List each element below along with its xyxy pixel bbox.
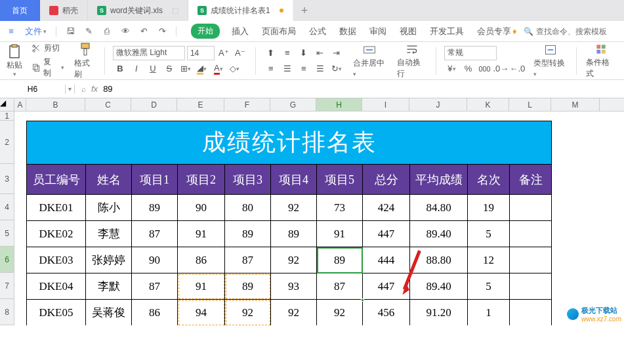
name-box-dropdown-icon[interactable]: ▾ — [66, 85, 74, 92]
fill-handle[interactable] — [361, 298, 364, 302]
ribbon-tab-insert[interactable]: 插入 — [230, 23, 250, 40]
inc-decimal-icon[interactable]: .0→ — [493, 62, 508, 76]
italic-button[interactable]: I — [129, 62, 144, 76]
formula-input[interactable] — [103, 84, 617, 94]
currency-icon[interactable]: ¥▾ — [444, 62, 459, 76]
file-menu[interactable]: 文件▾ — [22, 26, 49, 37]
th[interactable]: 员工编号 — [27, 165, 86, 195]
ribbon-tab-formula[interactable]: 公式 — [308, 23, 327, 40]
selected-cell[interactable]: 89 — [317, 247, 363, 273]
th[interactable]: 项目1 — [132, 165, 178, 195]
save-icon[interactable]: 🖫 — [63, 24, 77, 39]
font-size-select[interactable] — [187, 46, 215, 60]
col-header[interactable]: I — [362, 98, 409, 111]
col-header[interactable]: D — [131, 98, 177, 111]
magnifier-icon[interactable]: ⌕ — [81, 85, 86, 94]
col-header[interactable]: B — [26, 98, 85, 111]
ribbon-tab-review[interactable]: 审阅 — [368, 23, 388, 40]
col-header[interactable]: M — [551, 98, 600, 111]
th[interactable]: 姓名 — [86, 165, 132, 195]
col-header[interactable]: J — [409, 98, 467, 111]
align-right-icon[interactable]: ≡ — [297, 62, 311, 76]
clear-fmt-button[interactable]: ◇▾ — [228, 62, 242, 76]
th[interactable]: 项目4 — [271, 165, 317, 195]
format-painter-button[interactable]: 格式刷 — [72, 42, 99, 80]
tab-home[interactable]: 首页 — [0, 0, 40, 21]
merge-center-button[interactable]: 合并居中▾ — [349, 43, 390, 78]
ribbon-tab-data[interactable]: 数据 — [338, 23, 358, 40]
th[interactable]: 备注 — [510, 165, 552, 195]
ribbon-tab-layout[interactable]: 页面布局 — [260, 23, 297, 40]
col-header[interactable]: L — [509, 98, 551, 111]
ribbon-tab-dev[interactable]: 开发工具 — [428, 23, 465, 40]
fill-color-button[interactable]: ◢▾ — [195, 62, 209, 76]
row-header[interactable]: 1 — [0, 111, 14, 121]
conditional-format-button[interactable]: 条件格式 — [582, 43, 620, 79]
th[interactable]: 项目5 — [317, 165, 363, 195]
align-middle-icon[interactable]: ≡ — [280, 46, 295, 60]
justify-icon[interactable]: ☰ — [313, 62, 327, 76]
dec-decimal-icon[interactable]: ←.0 — [510, 62, 524, 76]
copy-button[interactable]: 复制▾ — [30, 56, 66, 79]
th[interactable]: 总分 — [363, 165, 410, 195]
ribbon-tab-member[interactable]: 会员专享♦ — [476, 23, 518, 40]
col-header-selected[interactable]: H — [316, 98, 362, 111]
orientation-icon[interactable]: ↻▾ — [329, 62, 344, 76]
font-color-button[interactable]: A▾ — [211, 62, 226, 76]
type-convert-button[interactable]: 类型转换▾ — [530, 43, 571, 78]
font-name-select[interactable] — [113, 46, 185, 60]
tab-workbook-1[interactable]: Sword关键词.xls⬚ — [88, 0, 188, 21]
row-header[interactable]: 7 — [0, 273, 14, 299]
redo-icon[interactable]: ↷ — [155, 24, 169, 39]
name-box[interactable] — [0, 85, 66, 94]
col-header[interactable]: F — [224, 98, 270, 111]
th[interactable]: 名次 — [468, 165, 510, 195]
bold-button[interactable]: B — [113, 62, 127, 76]
align-center-icon[interactable]: ☰ — [280, 62, 295, 76]
th[interactable]: 项目2 — [178, 165, 225, 195]
decrease-font-icon[interactable]: A⁻ — [233, 46, 247, 60]
row-header-selected[interactable]: 6 — [0, 247, 14, 273]
indent-left-icon[interactable]: ⇤ — [313, 46, 327, 60]
indent-right-icon[interactable]: ⇥ — [329, 46, 344, 60]
align-top-icon[interactable]: ⬆ — [264, 46, 278, 60]
select-all-corner[interactable]: ◢ — [0, 98, 14, 111]
col-header[interactable]: E — [177, 98, 224, 111]
print-icon[interactable]: ⎙ — [100, 24, 114, 39]
new-tab-button[interactable]: + — [293, 4, 316, 18]
table-title[interactable]: 成绩统计排名表 — [27, 121, 552, 165]
col-header[interactable]: A — [14, 98, 26, 111]
cells-area[interactable]: 成绩统计排名表 员工编号 姓名 项目1 项目2 项目3 项目4 项目5 总分 平… — [14, 111, 624, 325]
row-header[interactable]: 5 — [0, 220, 14, 247]
col-header[interactable]: K — [467, 98, 509, 111]
th[interactable]: 项目3 — [225, 165, 271, 195]
search-input[interactable]: 🔍 — [518, 27, 620, 36]
strike-button[interactable]: S — [162, 62, 177, 76]
close-icon[interactable]: ⬚ — [172, 7, 178, 15]
thousand-sep-icon[interactable]: 000 — [477, 62, 491, 76]
number-format-select[interactable] — [444, 46, 497, 60]
undo-icon[interactable]: ↶ — [136, 24, 151, 39]
col-header[interactable]: G — [270, 98, 316, 111]
fx-icon[interactable]: fx — [91, 84, 98, 94]
app-menu-icon[interactable]: ≡ — [4, 24, 18, 39]
align-left-icon[interactable]: ≡ — [264, 62, 278, 76]
percent-icon[interactable]: % — [461, 62, 475, 76]
ribbon-tab-start[interactable]: 开始 — [191, 24, 220, 39]
wrap-text-button[interactable]: 自动换行 — [393, 43, 431, 79]
increase-font-icon[interactable]: A⁺ — [217, 46, 231, 60]
row-header[interactable]: 8 — [0, 299, 14, 325]
align-bottom-icon[interactable]: ⬇ — [297, 46, 311, 60]
border-button[interactable]: ⊞▾ — [178, 62, 193, 76]
tab-daoke[interactable]: 稻壳 — [40, 0, 88, 21]
ribbon-tab-view[interactable]: 视图 — [398, 23, 418, 40]
print-preview-icon[interactable]: 👁 — [118, 24, 133, 39]
save-as-icon[interactable]: ✎ — [81, 24, 96, 39]
tab-workbook-2-active[interactable]: S成绩统计排名表1 — [188, 0, 293, 21]
paste-button[interactable]: 粘贴▾ — [4, 44, 25, 77]
underline-button[interactable]: U — [146, 62, 160, 76]
col-header[interactable]: C — [85, 98, 131, 111]
row-header[interactable]: 2 — [0, 121, 14, 164]
row-header[interactable]: 4 — [0, 194, 14, 220]
th[interactable]: 平均成绩 — [410, 165, 468, 195]
